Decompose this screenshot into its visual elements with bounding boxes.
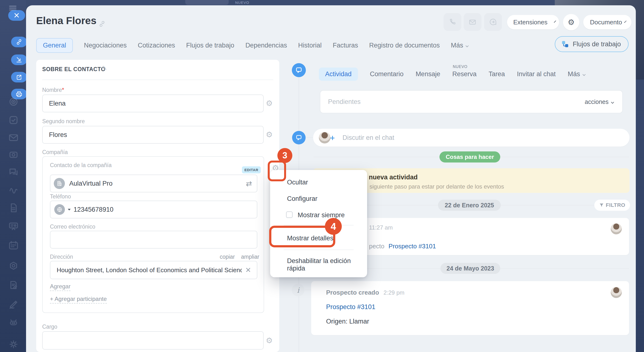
tab-mensaje[interactable]: Mensaje <box>416 70 440 78</box>
close-button[interactable] <box>8 10 25 21</box>
presentation-icon[interactable] <box>8 221 19 231</box>
tab-actividad[interactable]: Actividad <box>319 67 358 81</box>
position-label: Cargo <box>42 324 58 330</box>
sidebar-item-link[interactable] <box>11 37 27 47</box>
copy-link-icon[interactable] <box>98 20 106 27</box>
tab-general[interactable]: General <box>36 38 73 53</box>
messenger-icon[interactable] <box>8 167 19 177</box>
copy-address-link[interactable]: copiar <box>220 254 235 260</box>
tab-invitar[interactable]: Invitar al chat <box>517 70 556 78</box>
show-always-checkbox[interactable] <box>286 211 292 218</box>
avatar <box>610 223 622 235</box>
avatar <box>318 131 331 144</box>
camera-icon[interactable] <box>8 149 19 160</box>
tab-negociaciones[interactable]: Negociaciones <box>84 42 127 49</box>
edit-badge[interactable]: EDITAR <box>242 166 261 173</box>
tab-reserva[interactable]: NUEVOReserva <box>452 70 476 78</box>
info-dot: i <box>292 284 304 296</box>
section-title: SOBRE EL CONTACTO <box>42 66 106 72</box>
tab-flujos[interactable]: Flujos de trabajo <box>186 42 234 49</box>
tab-more[interactable]: Más <box>451 42 468 49</box>
tab-dependencias[interactable]: Dependencias <box>245 42 287 49</box>
workflows-button[interactable]: Flujos de trabajo <box>555 36 628 52</box>
extensions-dropdown[interactable]: Extensiones <box>507 15 559 29</box>
contact-slider: Elena Flores Extensiones ⚙ Documento Gen… <box>26 5 636 352</box>
company-group-label: Compañía <box>42 149 68 155</box>
annotation-step4: 4 <box>325 218 342 235</box>
menu-item-disable-quick-edit[interactable]: Deshabilitar la edición rápida <box>287 257 367 272</box>
document-dropdown[interactable]: Documento <box>583 15 632 29</box>
name-field[interactable]: Elena <box>42 94 264 112</box>
swap-company-icon[interactable]: ⇄ <box>246 179 252 188</box>
add-link[interactable]: Agregar <box>50 283 70 291</box>
sidebar-item-pointer[interactable] <box>11 54 27 65</box>
name-field-gear-icon[interactable]: ⚙ <box>266 99 273 107</box>
funnel-icon <box>599 203 604 208</box>
middle-name-field[interactable]: Flores <box>42 126 264 144</box>
phone-country-caret-icon[interactable] <box>68 209 71 211</box>
call-button[interactable] <box>444 13 462 31</box>
address-field[interactable]: Houghton Street, London School of Econom… <box>50 261 257 279</box>
position-field[interactable] <box>42 331 264 350</box>
bot-icon[interactable] <box>8 317 19 328</box>
expand-address-link[interactable]: ampliar <box>241 254 259 260</box>
tasks-icon[interactable] <box>8 115 19 125</box>
field-context-menu: Ocultar Configurar Mostrar siempre Mostr… <box>270 170 367 277</box>
crm-icon[interactable] <box>8 184 19 195</box>
clear-address-icon[interactable] <box>246 268 250 273</box>
email-button[interactable] <box>464 13 482 31</box>
chat-placeholder: Discutir en el chat <box>342 134 394 141</box>
date-pill: 24 de Mayo 2023 <box>440 263 500 274</box>
chat-action-button[interactable] <box>484 13 502 31</box>
email-label: Correo electrónico <box>50 224 95 230</box>
actions-dropdown[interactable]: acciones <box>585 98 614 105</box>
address-label: Dirección <box>50 254 73 260</box>
banner-subtitle: siguiente paso para estar por delante de… <box>370 183 504 190</box>
automation-icon[interactable] <box>8 261 19 272</box>
tab-tarea[interactable]: Tarea <box>489 70 505 78</box>
prospect-link[interactable]: Prospecto #3101 <box>388 243 436 250</box>
sign-icon[interactable] <box>8 299 19 310</box>
info-icon: i <box>297 286 299 294</box>
todo-pill: Cosas para hacer <box>440 151 500 162</box>
close-icon <box>14 13 19 18</box>
pending-placeholder: Pendientes <box>328 98 360 106</box>
middle-name-field-gear-icon[interactable]: ⚙ <box>266 131 273 138</box>
mail-icon[interactable] <box>8 132 19 143</box>
email-field[interactable] <box>50 231 257 249</box>
filter-button[interactable]: FILTRO <box>594 200 630 211</box>
avatar <box>610 287 622 299</box>
edit-section-icon[interactable]: ✎ <box>102 65 107 72</box>
chat-input[interactable]: Discutir en el chat <box>313 129 630 147</box>
menu-item-hide[interactable]: Ocultar <box>287 179 308 186</box>
settings-icon[interactable] <box>8 339 19 350</box>
contract-icon[interactable] <box>8 280 19 291</box>
address-value: Houghton Street, London School of Econom… <box>57 266 242 274</box>
tab-cotizaciones[interactable]: Cotizaciones <box>138 42 175 49</box>
target-icon[interactable] <box>8 96 19 107</box>
phone-field[interactable]: 12345678910 <box>50 201 257 218</box>
tab-comentario[interactable]: Comentario <box>370 70 404 78</box>
tab-bar: General Negociaciones Cotizaciones Flujo… <box>36 38 468 53</box>
tab-activity-more[interactable]: Más <box>568 70 585 78</box>
calendar-icon[interactable] <box>8 240 19 251</box>
show-always-label[interactable]: Mostrar siempre <box>298 211 345 219</box>
settings-button[interactable]: ⚙ <box>563 14 579 30</box>
globe-icon <box>54 204 65 215</box>
divider <box>284 225 354 225</box>
pending-box[interactable]: Pendientes acciones <box>320 90 623 113</box>
required-mark: * <box>62 87 64 93</box>
entry-time: 2:29 pm <box>384 289 404 296</box>
tab-facturas[interactable]: Facturas <box>333 42 358 49</box>
document-icon[interactable] <box>8 203 19 213</box>
menu-icon[interactable] <box>9 8 16 8</box>
company-field[interactable]: AulaVirtual Pro ⇄ <box>50 175 257 192</box>
extensions-label: Extensiones <box>513 18 548 26</box>
sidebar-item-open-external[interactable] <box>11 72 27 82</box>
position-field-gear-icon[interactable]: ⚙ <box>266 337 273 344</box>
tab-registro[interactable]: Registro de documentos <box>369 42 440 49</box>
menu-item-configure[interactable]: Configurar <box>287 195 318 203</box>
prospect-link[interactable]: Prospecto #3101 <box>326 303 375 311</box>
add-participant-link[interactable]: + Agregar participante <box>50 296 107 304</box>
tab-historial[interactable]: Historial <box>298 42 322 49</box>
